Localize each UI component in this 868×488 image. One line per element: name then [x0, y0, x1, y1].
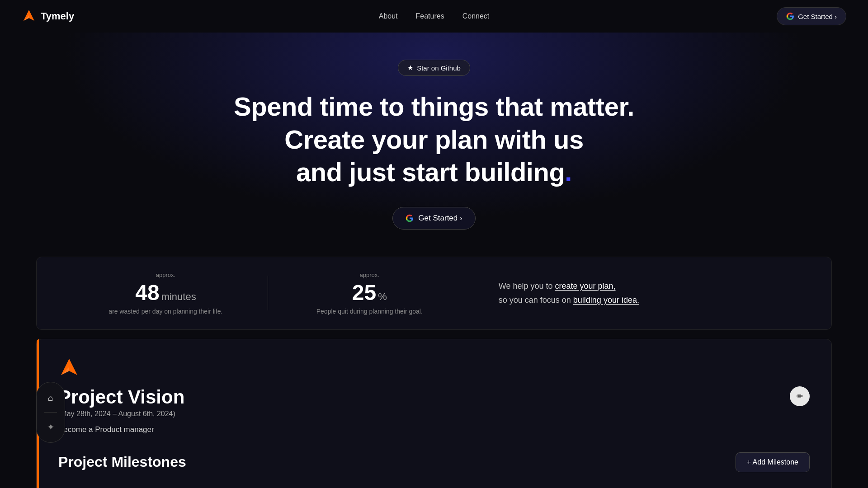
nav-connect[interactable]: Connect — [462, 12, 490, 20]
nav-links: About Features Connect — [379, 12, 490, 20]
project-header: Project Vision (May 28th, 2024 – August … — [58, 386, 810, 418]
hero-cta-label: Get Started › — [418, 214, 462, 223]
sidebar-divider — [44, 412, 57, 413]
logo-text: Tymely — [41, 10, 74, 22]
spark-icon: ✦ — [47, 422, 55, 432]
project-title-block: Project Vision (May 28th, 2024 – August … — [58, 386, 184, 418]
stat-percent: approx. 25 % People quit during planning… — [268, 272, 472, 315]
edit-icon: ✏ — [797, 391, 803, 401]
sidebar-home-button[interactable]: ⌂ — [41, 388, 61, 408]
hero-title-line1: Spend time to things that matter. Create… — [234, 92, 634, 154]
logo: Tymely — [22, 9, 74, 23]
hero-title-line2: and just start building — [296, 157, 565, 187]
stat1-approx: approx. — [156, 272, 175, 278]
google-icon — [786, 12, 794, 20]
nav-get-started-button[interactable]: Get Started › — [777, 7, 846, 25]
project-edit-button[interactable]: ✏ — [790, 386, 810, 406]
stat1-unit: minutes — [161, 291, 196, 303]
star-github-button[interactable]: ★ Star on Github — [398, 60, 470, 76]
hero-get-started-button[interactable]: Get Started › — [392, 207, 475, 230]
stat-minutes: approx. 48 minutes are wasted per day on… — [64, 272, 268, 315]
nav-features[interactable]: Features — [416, 12, 444, 20]
stats-bar: approx. 48 minutes are wasted per day on… — [36, 257, 832, 330]
stat-description: We help you to create your plan, so you … — [472, 279, 804, 307]
stat1-number: 48 minutes — [135, 280, 196, 305]
stat1-label: are wasted per day on planning their lif… — [108, 308, 222, 315]
stat2-number: 25 % — [352, 280, 387, 305]
sidebar-spark-button[interactable]: ✦ — [41, 417, 61, 437]
nav-about[interactable]: About — [379, 12, 398, 20]
milestone-item: Understanding Product Management Fundame… — [58, 483, 810, 488]
stat2-approx: approx. — [360, 272, 379, 278]
project-vision-title: Project Vision — [58, 386, 184, 408]
building-idea-link[interactable]: building your idea. — [573, 296, 639, 305]
project-description: Become a Product manager — [58, 425, 810, 434]
hero-title: Spend time to things that matter. Create… — [217, 90, 651, 189]
milestones-title: Project Milestones — [58, 454, 186, 470]
nav-cta-label: Get Started › — [798, 13, 837, 20]
add-milestone-button[interactable]: + Add Milestone — [736, 452, 810, 472]
logo-icon — [22, 9, 36, 23]
project-dates: (May 28th, 2024 – August 6th, 2024) — [58, 410, 184, 418]
project-logo — [58, 357, 810, 381]
sidebar: ⌂ ✦ — [36, 382, 65, 443]
hero-title-dot: . — [565, 157, 572, 187]
star-icon: ★ — [407, 64, 413, 72]
add-milestone-label: + Add Milestone — [747, 458, 798, 466]
navbar: Tymely About Features Connect Get Starte… — [0, 0, 868, 33]
star-badge-label: Star on Github — [417, 64, 461, 72]
hero-section: ★ Star on Github Spend time to things th… — [0, 33, 868, 248]
create-plan-link[interactable]: create your plan, — [555, 282, 615, 291]
milestones-header: Project Milestones + Add Milestone — [58, 452, 810, 472]
project-section: Project Vision (May 28th, 2024 – August … — [36, 339, 832, 488]
home-icon: ⌂ — [48, 393, 53, 403]
hero-google-icon — [406, 214, 414, 222]
stat2-label: People quit during planning their goal. — [316, 308, 423, 315]
stat2-unit: % — [378, 291, 387, 303]
